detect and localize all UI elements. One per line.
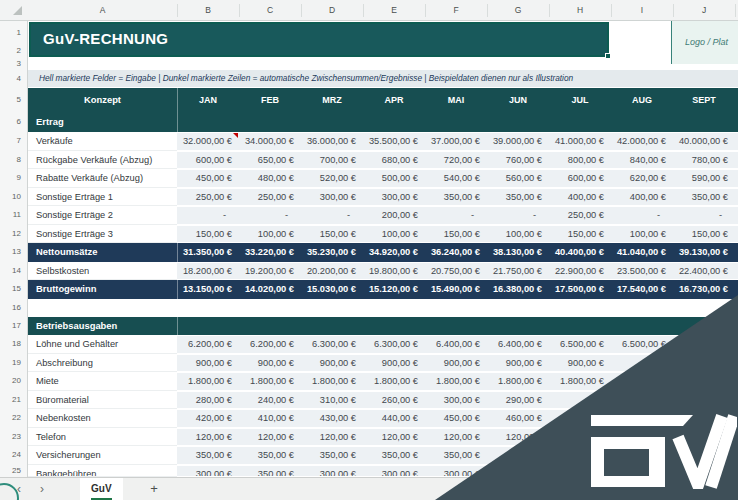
column-header-i[interactable]: I: [622, 0, 662, 21]
value-cell[interactable]: -: [673, 207, 735, 225]
logo-placeholder-cell[interactable]: Logo / Plat: [671, 21, 738, 64]
value-cell[interactable]: 680,00 €: [363, 152, 425, 170]
month-column-header[interactable]: MRZ: [301, 88, 363, 112]
value-cell[interactable]: -: [239, 207, 301, 225]
value-cell[interactable]: 240,00 €: [239, 392, 301, 410]
total-value-cell[interactable]: 16.730,00 €: [673, 280, 735, 299]
value-cell[interactable]: 100,00 €: [363, 226, 425, 244]
row-number[interactable]: 22: [0, 413, 21, 423]
data-row-label-cell[interactable]: Rabatte Verkäufe (Abzug): [28, 169, 177, 188]
value-cell[interactable]: 150,00 €: [301, 226, 363, 244]
column-header-c[interactable]: C: [250, 0, 290, 21]
total-value-cell[interactable]: 39.130,00 €: [673, 243, 735, 262]
value-cell[interactable]: 150,00 €: [177, 226, 239, 244]
value-cell[interactable]: 480,00 €: [239, 170, 301, 188]
row-number[interactable]: 3: [0, 59, 21, 69]
value-cell[interactable]: 37.000,00 €: [425, 133, 487, 151]
value-cell[interactable]: 1.800,00 €: [301, 373, 363, 391]
total-value-cell[interactable]: 15.490,00 €: [425, 280, 487, 299]
value-cell[interactable]: 460,00 €: [487, 410, 549, 428]
value-cell[interactable]: 900,00 €: [363, 355, 425, 373]
value-cell[interactable]: 41.000,00 €: [549, 133, 611, 151]
total-value-cell[interactable]: 31.350,00 €: [177, 243, 239, 262]
value-cell[interactable]: 21.750,00 €: [487, 263, 549, 281]
section-row[interactable]: Ertrag: [28, 112, 738, 132]
value-cell[interactable]: 840,00 €: [611, 152, 673, 170]
total-value-cell[interactable]: 40.400,00 €: [549, 243, 611, 262]
row-number[interactable]: 23: [0, 432, 21, 442]
total-value-cell[interactable]: 15.120,00 €: [363, 280, 425, 299]
value-cell[interactable]: 900,00 €: [301, 355, 363, 373]
value-cell[interactable]: 34.000,00 €: [239, 133, 301, 151]
data-row-label-cell[interactable]: Sonstige Erträge 2: [28, 206, 177, 225]
value-cell[interactable]: 430,00 €: [301, 410, 363, 428]
value-cell[interactable]: 520,00 €: [301, 170, 363, 188]
row-number[interactable]: 9: [0, 173, 21, 183]
value-cell[interactable]: 32.000,00 €: [177, 133, 239, 151]
total-value-cell[interactable]: 35.230,00 €: [301, 243, 363, 262]
value-cell[interactable]: 1.800,00 €: [363, 373, 425, 391]
value-cell[interactable]: 6.300,00 €: [363, 336, 425, 354]
value-cell[interactable]: 120,00 €: [363, 429, 425, 447]
total-value-cell[interactable]: 38.130,00 €: [487, 243, 549, 262]
row-number[interactable]: 14: [0, 266, 21, 276]
value-cell[interactable]: 400,00 €: [549, 189, 611, 207]
value-cell[interactable]: 6.200,00 €: [177, 336, 239, 354]
concept-column-header[interactable]: Konzept: [28, 88, 177, 112]
value-cell[interactable]: 1.800,00 €: [487, 373, 549, 391]
total-value-cell[interactable]: 14.020,00 €: [239, 280, 301, 299]
value-cell[interactable]: 720,00 €: [425, 152, 487, 170]
data-row-label-cell[interactable]: Telefon: [28, 428, 177, 447]
sheet-tab-guv[interactable]: GuV: [80, 478, 123, 500]
row-number[interactable]: 20: [0, 376, 21, 386]
value-cell[interactable]: -: [425, 207, 487, 225]
row-number[interactable]: 16: [0, 303, 21, 313]
value-cell[interactable]: 350,00 €: [487, 189, 549, 207]
value-cell[interactable]: 590,00 €: [673, 170, 735, 188]
value-cell[interactable]: 150,00 €: [673, 226, 735, 244]
next-sheet-icon[interactable]: ›: [35, 478, 49, 500]
value-cell[interactable]: 300,00 €: [425, 392, 487, 410]
value-cell[interactable]: 100,00 €: [611, 226, 673, 244]
value-cell[interactable]: 760,00 €: [487, 152, 549, 170]
data-row-label-cell[interactable]: Bankgebühren: [28, 465, 177, 478]
value-cell[interactable]: 300,00 €: [363, 466, 425, 478]
value-cell[interactable]: 350,00 €: [239, 466, 301, 478]
value-cell[interactable]: 250,00 €: [239, 189, 301, 207]
value-cell[interactable]: 6.200,00 €: [239, 336, 301, 354]
value-cell[interactable]: 300,00 €: [177, 466, 239, 478]
add-sheet-button[interactable]: +: [146, 478, 162, 500]
value-cell[interactable]: 120,00 €: [425, 429, 487, 447]
row-number[interactable]: 1: [0, 28, 21, 38]
value-cell[interactable]: 100,00 €: [239, 226, 301, 244]
value-cell[interactable]: 19.200,00 €: [239, 263, 301, 281]
legend-note-bar[interactable]: Hell markierte Felder = Eingabe | Dunkel…: [28, 70, 738, 87]
row-number[interactable]: 21: [0, 395, 21, 405]
value-cell[interactable]: 19.800,00 €: [363, 263, 425, 281]
value-cell[interactable]: 120,00 €: [239, 429, 301, 447]
month-column-header[interactable]: MAI: [425, 88, 487, 112]
data-row-label-cell[interactable]: Selbstkosten: [28, 262, 177, 281]
data-row-label-cell[interactable]: Abschreibung: [28, 354, 177, 373]
row-number[interactable]: 25: [0, 466, 21, 476]
data-row-label-cell[interactable]: Löhne und Gehälter: [28, 335, 177, 354]
value-cell[interactable]: 6.400,00 €: [487, 336, 549, 354]
value-cell[interactable]: 300,00 €: [301, 189, 363, 207]
value-cell[interactable]: 20.200,00 €: [301, 263, 363, 281]
row-number[interactable]: 13: [0, 247, 21, 257]
data-row-label-cell[interactable]: Nebenkosten: [28, 409, 177, 428]
month-column-header[interactable]: SEPT: [673, 88, 735, 112]
row-number[interactable]: 17: [0, 321, 21, 331]
column-header-g[interactable]: G: [498, 0, 538, 21]
data-row-label-cell[interactable]: Rückgabe Verkäufe (Abzug): [28, 151, 177, 170]
row-number[interactable]: 4: [0, 74, 21, 84]
value-cell[interactable]: 350,00 €: [363, 447, 425, 465]
row-number[interactable]: 6: [0, 117, 21, 127]
value-cell[interactable]: 100,00 €: [487, 226, 549, 244]
value-cell[interactable]: 300,00 €: [301, 466, 363, 478]
value-cell[interactable]: 120,00 €: [301, 429, 363, 447]
total-row[interactable]: Nettoumsätze31.350,00 €33.220,00 €35.230…: [28, 243, 738, 262]
value-cell[interactable]: 400,00 €: [611, 189, 673, 207]
section-row[interactable]: Betriebsausgaben: [28, 317, 738, 336]
total-value-cell[interactable]: 15.030,00 €: [301, 280, 363, 299]
